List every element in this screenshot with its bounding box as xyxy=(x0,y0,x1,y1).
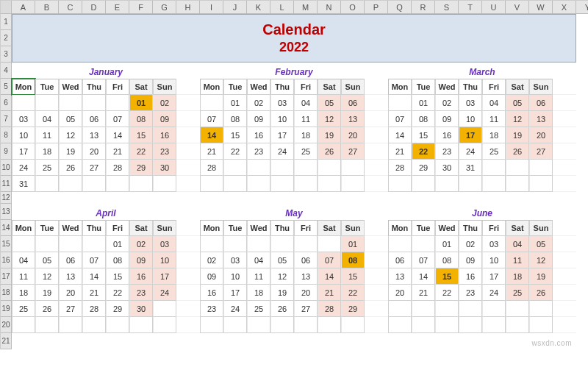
day-cell[interactable]: 26 xyxy=(59,160,82,176)
day-cell[interactable]: 26 xyxy=(318,143,341,160)
day-cell[interactable]: 06 xyxy=(82,111,106,127)
dow-wed[interactable]: Wed xyxy=(247,220,270,236)
day-cell[interactable]: 12 xyxy=(35,268,59,285)
dow-wed[interactable]: Wed xyxy=(59,220,82,236)
col-header-P[interactable]: P xyxy=(365,1,388,14)
dow-sat[interactable]: Sat xyxy=(318,79,341,95)
day-cell[interactable]: 27 xyxy=(59,301,82,317)
day-cell[interactable]: 03 xyxy=(459,95,482,111)
day-cell[interactable]: 20 xyxy=(82,143,106,160)
day-cell[interactable]: 14 xyxy=(318,268,341,285)
col-header-L[interactable]: L xyxy=(270,1,294,14)
dow-fri[interactable]: Fri xyxy=(482,79,506,95)
day-cell[interactable]: 14 xyxy=(200,127,223,143)
day-cell[interactable]: 26 xyxy=(506,143,529,160)
dow-thu[interactable]: Thu xyxy=(459,220,482,236)
col-header-J[interactable]: J xyxy=(223,1,247,14)
day-cell[interactable]: 16 xyxy=(129,268,153,285)
day-cell[interactable]: 27 xyxy=(529,143,553,160)
day-cell[interactable]: 11 xyxy=(12,268,35,285)
day-cell[interactable]: 23 xyxy=(200,301,223,317)
day-cell[interactable]: 05 xyxy=(270,252,294,268)
day-cell[interactable]: 02 xyxy=(200,252,223,268)
dow-wed[interactable]: Wed xyxy=(247,79,270,95)
row-header-9[interactable]: 9 xyxy=(1,143,12,160)
col-header-H[interactable]: H xyxy=(176,1,200,14)
dow-sun[interactable]: Sun xyxy=(341,79,365,95)
day-cell[interactable]: 15 xyxy=(223,127,247,143)
day-cell[interactable]: 05 xyxy=(35,252,59,268)
day-cell[interactable]: 07 xyxy=(200,111,223,127)
day-cell[interactable]: 18 xyxy=(506,268,529,285)
col-header-F[interactable]: F xyxy=(129,1,153,14)
day-cell[interactable]: 21 xyxy=(106,143,129,160)
day-cell[interactable]: 26 xyxy=(529,285,553,301)
day-cell[interactable]: 11 xyxy=(506,252,529,268)
day-cell[interactable]: 10 xyxy=(223,268,247,285)
row-header-1[interactable]: 1 xyxy=(1,14,12,30)
day-cell[interactable]: 04 xyxy=(247,252,270,268)
day-cell[interactable]: 29 xyxy=(341,301,365,317)
day-cell[interactable]: 30 xyxy=(129,301,153,317)
dow-thu[interactable]: Thu xyxy=(459,79,482,95)
col-header-C[interactable]: C xyxy=(59,1,82,14)
day-cell[interactable]: 22 xyxy=(129,143,153,160)
day-cell[interactable]: 25 xyxy=(294,143,318,160)
day-cell[interactable]: 23 xyxy=(247,143,270,160)
row-header-7[interactable]: 7 xyxy=(1,111,12,127)
day-cell[interactable]: 06 xyxy=(59,252,82,268)
day-cell[interactable]: 10 xyxy=(459,111,482,127)
day-cell[interactable]: 23 xyxy=(129,285,153,301)
day-cell[interactable]: 08 xyxy=(341,252,365,268)
day-cell[interactable]: 27 xyxy=(341,143,365,160)
day-cell[interactable]: 13 xyxy=(59,268,82,285)
day-cell[interactable]: 28 xyxy=(106,160,129,176)
day-cell[interactable]: 03 xyxy=(270,95,294,111)
day-cell[interactable]: 27 xyxy=(82,160,106,176)
row-header-15[interactable]: 15 xyxy=(1,236,12,252)
day-cell[interactable]: 10 xyxy=(270,111,294,127)
dow-thu[interactable]: Thu xyxy=(270,220,294,236)
row-header-2[interactable]: 2 xyxy=(1,30,12,46)
day-cell[interactable]: 08 xyxy=(129,111,153,127)
row-header-12[interactable]: 12 xyxy=(1,192,12,204)
day-cell[interactable]: 14 xyxy=(388,127,412,143)
col-header-E[interactable]: E xyxy=(106,1,129,14)
dow-mon[interactable]: Mon xyxy=(12,79,35,95)
day-cell[interactable]: 06 xyxy=(294,252,318,268)
day-cell[interactable]: 03 xyxy=(482,236,506,252)
row-header-4[interactable]: 4 xyxy=(1,63,12,79)
day-cell[interactable]: 11 xyxy=(35,127,59,143)
day-cell[interactable]: 11 xyxy=(247,268,270,285)
day-cell[interactable]: 31 xyxy=(459,160,482,176)
day-cell[interactable]: 27 xyxy=(294,301,318,317)
sheet-content[interactable]: Calendar 2022 JanuaryMonTueWedThuFriSatS… xyxy=(12,14,576,349)
dow-fri[interactable]: Fri xyxy=(106,79,129,95)
day-cell[interactable]: 28 xyxy=(318,301,341,317)
dow-mon[interactable]: Mon xyxy=(200,79,223,95)
col-header-B[interactable]: B xyxy=(35,1,59,14)
day-cell[interactable]: 01 xyxy=(106,236,129,252)
day-cell[interactable]: 08 xyxy=(435,252,459,268)
day-cell[interactable]: 14 xyxy=(106,127,129,143)
row-header-19[interactable]: 19 xyxy=(1,301,12,317)
day-cell[interactable]: 17 xyxy=(459,127,482,143)
day-cell[interactable]: 07 xyxy=(388,111,412,127)
day-cell[interactable]: 14 xyxy=(82,268,106,285)
dow-sun[interactable]: Sun xyxy=(341,220,365,236)
col-header-X[interactable]: X xyxy=(553,1,576,14)
select-all-corner[interactable] xyxy=(1,1,12,14)
day-cell[interactable]: 24 xyxy=(153,285,176,301)
day-cell[interactable]: 06 xyxy=(529,95,553,111)
day-cell[interactable]: 13 xyxy=(294,268,318,285)
day-cell[interactable]: 13 xyxy=(341,111,365,127)
day-cell[interactable]: 11 xyxy=(294,111,318,127)
day-cell[interactable]: 04 xyxy=(12,252,35,268)
row-header-18[interactable]: 18 xyxy=(1,285,12,301)
day-cell[interactable]: 18 xyxy=(247,285,270,301)
row-header-16[interactable]: 16 xyxy=(1,252,12,268)
day-cell[interactable]: 21 xyxy=(318,285,341,301)
col-header-Q[interactable]: Q xyxy=(388,1,412,14)
day-cell[interactable]: 19 xyxy=(506,127,529,143)
day-cell[interactable]: 03 xyxy=(12,111,35,127)
